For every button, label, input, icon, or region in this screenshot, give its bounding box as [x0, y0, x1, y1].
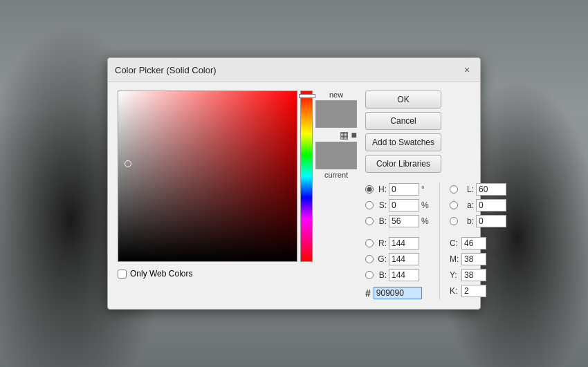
spacer2	[450, 230, 506, 234]
input-R[interactable]	[389, 237, 419, 250]
label-S: S:	[376, 200, 387, 210]
input-L[interactable]	[476, 183, 506, 196]
input-H[interactable]	[389, 183, 419, 196]
field-row-B: B: %	[365, 214, 430, 228]
dialog-title: Color Picker (Solid Color)	[115, 65, 217, 75]
label-R: R:	[376, 238, 387, 248]
unit-S: %	[421, 200, 430, 210]
field-row-Y: Y: %	[450, 268, 506, 282]
label-B: B:	[376, 216, 387, 226]
field-row-a: a:	[450, 198, 506, 212]
web-colors-row: Only Web Colors	[118, 269, 357, 279]
radio-a[interactable]	[450, 201, 458, 209]
fields-divider	[439, 182, 440, 299]
label-M: M:	[450, 254, 459, 264]
preview-icons: ▦ ■	[315, 129, 357, 140]
field-row-M: M: %	[450, 252, 506, 266]
field-row-G: G:	[365, 252, 430, 266]
input-blab[interactable]	[476, 215, 506, 227]
label-Bv: B:	[376, 270, 387, 280]
input-Y[interactable]	[461, 269, 486, 281]
unit-C: %	[488, 238, 496, 248]
field-row-R: R:	[365, 236, 430, 250]
unit-Y: %	[488, 270, 496, 280]
current-label: current	[324, 171, 348, 179]
hex-symbol: #	[365, 288, 371, 299]
color-libraries-button[interactable]: Color Libraries	[365, 155, 441, 173]
library-icon[interactable]: ▦	[340, 129, 349, 140]
field-row-H: H: °	[365, 182, 430, 196]
fields-right: L: a: b: C:	[450, 182, 506, 299]
label-L: L:	[460, 185, 474, 194]
label-H: H:	[376, 185, 387, 194]
color-saturation-field[interactable]	[118, 91, 297, 262]
input-B[interactable]	[389, 215, 419, 227]
radio-S[interactable]	[365, 201, 374, 209]
field-row-Bv: B:	[365, 268, 430, 282]
unit-B: %	[421, 216, 430, 226]
web-colors-checkbox[interactable]	[118, 270, 127, 279]
fields-left: H: ° S: % B: %	[365, 182, 430, 299]
radio-Bv[interactable]	[365, 271, 374, 279]
input-Bv[interactable]	[389, 269, 419, 281]
hue-slider-thumb	[299, 94, 315, 98]
color-picker-dialog: Color Picker (Solid Color) × new	[107, 57, 481, 310]
swatch-icon[interactable]: ■	[351, 129, 357, 140]
field-row-C: C: %	[450, 236, 506, 250]
close-button[interactable]: ×	[461, 64, 473, 76]
color-preview-area: new ▦ ■ current	[315, 91, 357, 262]
input-K[interactable]	[461, 285, 486, 297]
dialog-titlebar: Color Picker (Solid Color) ×	[108, 58, 480, 82]
label-Y: Y:	[450, 270, 459, 280]
add-to-swatches-button[interactable]: Add to Swatches	[365, 133, 441, 151]
input-C[interactable]	[461, 237, 486, 250]
right-panel: OK Cancel Add to Swatches Color Librarie…	[365, 91, 506, 299]
radio-H[interactable]	[365, 185, 374, 194]
picker-area: new ▦ ■ current Only Web Colors	[118, 91, 357, 299]
ok-button[interactable]: OK	[365, 91, 441, 109]
radio-L[interactable]	[450, 185, 458, 194]
unit-K: %	[488, 286, 496, 296]
label-a: a:	[460, 200, 474, 210]
buttons-row: OK Cancel Add to Swatches Color Librarie…	[365, 91, 506, 173]
current-color-swatch	[315, 142, 357, 169]
input-M[interactable]	[461, 253, 486, 265]
hue-slider[interactable]	[300, 91, 313, 262]
spacer1	[365, 230, 430, 234]
picker-gradient-row: new ▦ ■ current	[118, 91, 357, 262]
radio-blab[interactable]	[450, 217, 458, 225]
radio-B[interactable]	[365, 217, 374, 225]
hex-row: #	[365, 287, 430, 299]
input-S[interactable]	[389, 199, 419, 211]
input-G[interactable]	[389, 253, 419, 265]
web-colors-label: Only Web Colors	[130, 269, 192, 279]
label-C: C:	[450, 238, 459, 248]
input-a[interactable]	[476, 199, 506, 211]
field-row-S: S: %	[365, 198, 430, 212]
field-row-K: K: %	[450, 284, 506, 298]
radio-G[interactable]	[365, 255, 374, 263]
dialog-body: new ▦ ■ current Only Web Colors	[108, 82, 480, 309]
label-G: G:	[376, 254, 387, 264]
field-row-blab: b:	[450, 214, 506, 228]
radio-R[interactable]	[365, 239, 374, 247]
hex-input[interactable]	[374, 287, 422, 299]
unit-M: %	[488, 254, 496, 264]
new-label: new	[329, 91, 343, 99]
fields-container: H: ° S: % B: %	[365, 182, 506, 299]
label-blab: b:	[460, 216, 474, 226]
field-row-L: L:	[450, 182, 506, 196]
label-K: K:	[450, 286, 459, 296]
unit-H: °	[421, 185, 430, 194]
color-field-cursor	[125, 160, 131, 167]
cancel-button[interactable]: Cancel	[365, 112, 441, 130]
new-color-swatch	[315, 100, 357, 128]
